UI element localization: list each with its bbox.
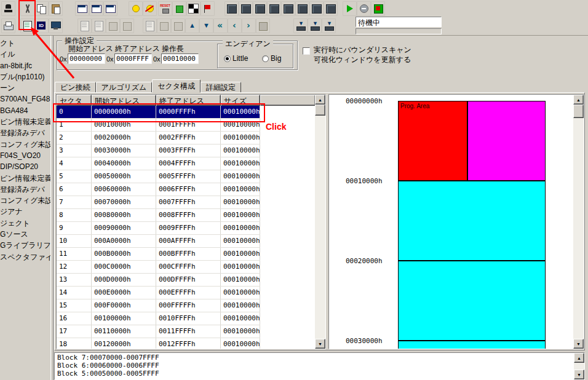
end-address-input[interactable] xyxy=(114,53,152,64)
tab-2[interactable]: セクタ構成 xyxy=(152,79,201,93)
tree-item[interactable]: BGA484 xyxy=(0,105,50,116)
sector-table-scrollbar[interactable]: ▲ ▼ xyxy=(315,95,325,349)
tree-item[interactable]: F04S_VO20 xyxy=(0,150,50,161)
sector-config-button[interactable] xyxy=(20,18,34,33)
mem-tool-1-button[interactable] xyxy=(224,1,239,16)
tab-0[interactable]: ピン接続 xyxy=(55,82,96,93)
jump-first-button[interactable] xyxy=(213,18,228,33)
run-button[interactable] xyxy=(343,1,357,16)
mem-tool-7-button[interactable] xyxy=(309,1,324,16)
copy-block-button[interactable] xyxy=(106,18,120,33)
pause-button[interactable] xyxy=(357,1,371,16)
splitter[interactable] xyxy=(50,36,54,380)
scroll-up-icon[interactable]: ▲ xyxy=(573,95,584,105)
scroll-down-icon[interactable]: ▼ xyxy=(574,370,584,379)
mem-tool-3-button[interactable] xyxy=(253,1,267,16)
log-scrollbar[interactable]: ▲ ▼ xyxy=(574,353,584,379)
tree-item[interactable]: コンフィグ未設定 xyxy=(0,195,50,206)
flag-checker-button[interactable] xyxy=(186,1,201,16)
mem-tool-2-button[interactable] xyxy=(239,1,253,16)
tree-item[interactable]: 登録済みデバ xyxy=(0,184,50,195)
scroll-thumb[interactable] xyxy=(573,105,584,118)
edit-mem-button[interactable] xyxy=(171,18,185,33)
paste-button[interactable] xyxy=(49,1,63,16)
tab-3[interactable]: 詳細設定 xyxy=(201,82,241,93)
scroll-up-icon[interactable]: ▲ xyxy=(315,95,325,105)
halt-button[interactable] xyxy=(256,18,270,33)
step-back-button[interactable] xyxy=(228,18,242,33)
copy-button[interactable] xyxy=(34,1,49,16)
tree-item[interactable]: ピン情報未定義 xyxy=(0,116,50,127)
sector-row-10[interactable]: 10000A0000h000AFFFFh00010000h xyxy=(57,235,260,248)
verify-flash-button[interactable] xyxy=(322,18,336,33)
start-address-input[interactable] xyxy=(68,53,105,64)
move-down-button[interactable] xyxy=(199,18,213,33)
window-list-button[interactable] xyxy=(103,1,117,16)
new-doc-button[interactable] xyxy=(143,18,157,33)
endian-big-radio[interactable] xyxy=(262,55,269,62)
sector-row-9[interactable]: 900090000h0009FFFFh00010000h xyxy=(57,222,260,235)
sector-row-5[interactable]: 500050000h0005FFFFh00010000h xyxy=(57,170,260,183)
power-on-button[interactable] xyxy=(129,1,143,16)
power-off-button[interactable] xyxy=(143,1,157,16)
memory-map-scrollbar[interactable]: ▲ ▼ xyxy=(573,95,584,349)
column-header[interactable]: サイズ xyxy=(221,95,260,106)
window-tile-button[interactable] xyxy=(75,1,89,16)
flag-red-button[interactable] xyxy=(201,1,215,16)
sector-row-4[interactable]: 400040000h0004FFFFh00010000h xyxy=(57,157,260,170)
scroll-down-icon[interactable]: ▼ xyxy=(573,339,584,349)
tree-item[interactable]: イル xyxy=(0,49,50,60)
tab-1[interactable]: アルゴリズム xyxy=(96,82,153,93)
device-chip-button[interactable] xyxy=(172,1,186,16)
tree-item[interactable]: S700AN_FG48 xyxy=(0,93,50,105)
sector-row-11[interactable]: 11000B0000h000BFFFFh00010000h xyxy=(57,248,260,261)
mem-tool-6-button[interactable] xyxy=(295,1,309,16)
column-header[interactable]: 終了アドレス xyxy=(156,95,221,106)
scroll-up-icon[interactable]: ▲ xyxy=(574,353,584,363)
logic-monitor-button[interactable] xyxy=(49,18,63,33)
update-boundary-scan-checkbox[interactable] xyxy=(303,47,310,55)
sector-row-1[interactable]: 100010000h0001FFFFh00010000h xyxy=(57,119,260,132)
tree-item[interactable]: Gソース xyxy=(0,229,50,240)
tree-item[interactable]: ジェクト xyxy=(0,218,50,229)
sector-row-14[interactable]: 14000E0000h000EFFFFh00010000h xyxy=(57,287,260,299)
reset-button[interactable] xyxy=(158,1,172,16)
tree-item[interactable]: コンフィグ未設定 xyxy=(0,139,50,150)
sector-row-16[interactable]: 1600100000h0010FFFFh00010000h xyxy=(57,312,260,325)
mem-tool-5-button[interactable] xyxy=(281,1,295,16)
tree-item[interactable]: スペクタファイル xyxy=(0,251,50,263)
tree-item[interactable]: ーン xyxy=(0,82,50,93)
mem-tool-8-button[interactable] xyxy=(324,1,338,16)
sector-row-0[interactable]: 000000000h0000FFFFh00010000h xyxy=(57,106,260,119)
tree-item[interactable]: ピン情報未定義 xyxy=(0,173,50,184)
sector-row-12[interactable]: 12000C0000h000CFFFFh00010000h xyxy=(57,261,260,274)
tree-item[interactable]: DIP/SOP20 xyxy=(0,161,50,172)
cut-button[interactable] xyxy=(20,1,34,16)
tree-item[interactable]: an-8bit.jfc xyxy=(0,60,50,71)
tree-item[interactable]: ブル(np1010) xyxy=(0,71,50,82)
device-id-button[interactable] xyxy=(34,18,49,33)
sector-row-17[interactable]: 1700110000h0011FFFFh00010000h xyxy=(57,325,260,338)
column-header[interactable]: セクタ xyxy=(57,95,92,106)
operation-length-input[interactable] xyxy=(161,53,199,64)
search-mem-button[interactable] xyxy=(157,18,171,33)
scroll-down-icon[interactable]: ▼ xyxy=(315,339,325,349)
open-file-button[interactable] xyxy=(77,18,92,33)
sector-row-3[interactable]: 300030000h0003FFFFh00010000h xyxy=(57,144,260,157)
tree-item[interactable]: ジアナ xyxy=(0,206,50,217)
program-flash-button[interactable] xyxy=(293,18,308,33)
sector-row-7[interactable]: 700070000h0007FFFFh00010000h xyxy=(57,196,260,209)
mem-tool-4-button[interactable] xyxy=(267,1,281,16)
sector-row-6[interactable]: 600060000h0006FFFFh00010000h xyxy=(57,183,260,196)
sector-row-13[interactable]: 13000D0000h000DFFFFh00010000h xyxy=(57,274,260,287)
read-flash-button[interactable] xyxy=(308,18,322,33)
print-button[interactable] xyxy=(1,18,15,33)
sector-row-15[interactable]: 15000F0000h000FFFFFh00010000h xyxy=(57,299,260,312)
column-header[interactable]: 開始アドレス xyxy=(92,95,156,106)
step-forward-button[interactable] xyxy=(242,18,256,33)
save-file-button[interactable] xyxy=(92,18,106,33)
window-cascade-button[interactable] xyxy=(89,1,103,16)
fill-block-button[interactable] xyxy=(120,18,134,33)
tree-item[interactable]: Gライブラリファイ xyxy=(0,240,50,251)
tree-item[interactable]: 登録済みデバ xyxy=(0,127,50,138)
